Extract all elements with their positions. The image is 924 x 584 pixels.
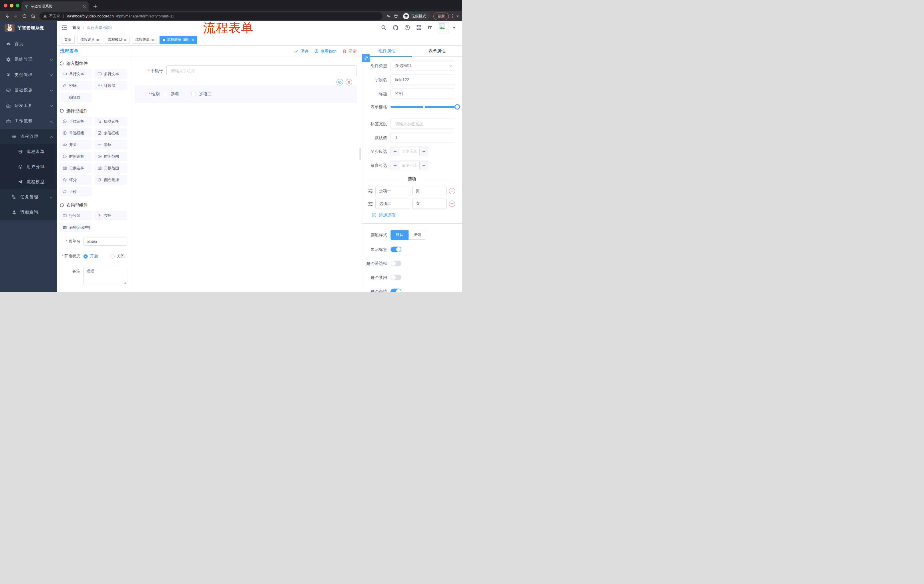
show-label-switch[interactable] [391, 247, 401, 252]
stepper-increase-icon[interactable] [419, 147, 428, 156]
remove-option-button[interactable] [449, 201, 455, 207]
palette-item-button[interactable]: 按钮 [94, 211, 127, 220]
field-phone[interactable]: *手机号 [134, 66, 357, 76]
palette-item-rate[interactable]: 评分 [59, 175, 92, 184]
security-warning-icon[interactable] [43, 14, 47, 19]
font-size-icon[interactable]: tT [428, 25, 432, 30]
palette-item-checkbox-group[interactable]: 多选框组 [94, 128, 127, 138]
field-phone-input[interactable] [167, 66, 357, 76]
palette-item-cascader[interactable]: 级联选择 [94, 117, 127, 126]
tab-close-icon[interactable] [97, 39, 99, 41]
link-icon[interactable] [362, 54, 370, 62]
sidebar-fold-icon[interactable] [59, 23, 69, 33]
sidebar-item-workflow[interactable]: 工作流程 [0, 114, 57, 129]
sidebar-item-leave-query[interactable]: 请假查询 [0, 204, 57, 220]
grid-slider[interactable] [391, 102, 457, 111]
palette-item-counter[interactable]: 123计数器 [94, 81, 127, 90]
search-icon[interactable] [381, 25, 387, 31]
sidebar-item-payment[interactable]: ¥ 支付管理 [0, 67, 57, 82]
slider-track[interactable] [391, 106, 457, 108]
sidebar-item-process-management[interactable]: 流程管理 [0, 129, 57, 144]
add-option-button[interactable]: 添加选项 [372, 212, 462, 218]
border-switch[interactable] [391, 261, 401, 266]
sidebar-item-process-model[interactable]: 流程模型 [0, 174, 57, 189]
tab-home[interactable]: 首页 [61, 36, 74, 44]
status-off-radio[interactable]: 关闭 [111, 254, 125, 259]
option-value-input[interactable] [412, 199, 447, 209]
palette-item-textarea[interactable]: 多行文本 [94, 69, 127, 79]
option-label-input[interactable] [375, 186, 410, 196]
field-name-input[interactable] [391, 74, 455, 85]
github-icon[interactable] [393, 25, 399, 31]
fullscreen-icon[interactable] [416, 25, 422, 31]
tab-process-form-edit[interactable]: 流程表单-编辑 [160, 36, 197, 44]
label-width-input[interactable] [391, 118, 455, 129]
security-label[interactable]: 不安全 [49, 14, 60, 18]
palette-item-radio-group[interactable]: 单选框组 [59, 128, 92, 138]
max-select-value[interactable]: 最多可选 [399, 161, 419, 170]
sidebar-item-home[interactable]: 首页 [0, 36, 57, 52]
browser-menu-icon[interactable] [452, 14, 453, 18]
palette-item-date-range[interactable]: 日期范围 [94, 163, 127, 173]
palette-item-time-range[interactable]: 时间范围 [94, 152, 127, 161]
tab-process-model[interactable]: 流程模型 [105, 36, 130, 44]
slider-handle[interactable] [455, 104, 460, 110]
palette-item-row-container[interactable]: 行容器 [59, 211, 92, 220]
sidebar-item-task-management[interactable]: 任务管理 [0, 189, 57, 204]
remove-option-button[interactable] [449, 188, 455, 194]
zoom-window-button[interactable] [16, 4, 20, 7]
palette-item-password[interactable]: 密码 [59, 81, 92, 90]
breadcrumb-home[interactable]: 首页 [72, 25, 80, 30]
palette-item-upload[interactable]: 上传 [59, 187, 92, 196]
disabled-switch[interactable] [391, 275, 401, 280]
password-key-icon[interactable] [385, 13, 392, 20]
copy-field-button[interactable] [337, 79, 343, 86]
browser-update-button[interactable]: 更新 [433, 13, 449, 20]
tab-close-icon[interactable] [152, 39, 154, 41]
save-button[interactable]: 保存 [294, 49, 309, 54]
reload-icon[interactable] [20, 12, 29, 20]
component-type-select[interactable]: 多选框组 [391, 61, 455, 71]
close-window-button[interactable] [4, 4, 7, 7]
palette-item-date-picker[interactable]: 日期选择 [59, 163, 92, 173]
back-icon[interactable] [3, 12, 12, 20]
title-input[interactable] [391, 89, 455, 99]
avatar-caret-icon[interactable] [452, 26, 456, 29]
sidebar-item-system[interactable]: 系统管理 [0, 52, 57, 67]
new-tab-button[interactable] [91, 3, 99, 10]
clear-button[interactable]: 清空 [342, 49, 357, 54]
form-remark-textarea[interactable]: 嘿嘿 [84, 267, 127, 285]
browser-tab[interactable]: 芋道管理系统 [21, 2, 89, 11]
url-field[interactable]: 不安全 dashboard.yudao.iocoder.cn/bpm/manag… [40, 12, 383, 20]
minimize-window-button[interactable] [10, 4, 13, 7]
palette-item-time-picker[interactable]: 时间选择 [59, 152, 92, 161]
form-name-input[interactable] [84, 237, 127, 246]
tab-close-icon[interactable] [191, 39, 194, 41]
tab-close-icon[interactable] [124, 39, 126, 41]
palette-item-select[interactable]: 下拉选择 [59, 117, 92, 126]
tab-process-definition[interactable]: 流程定义 [77, 36, 102, 44]
tab-close-icon[interactable] [83, 5, 86, 8]
checkbox-option-1[interactable]: 选项一 [163, 91, 183, 97]
view-json-button[interactable]: 查看json [314, 49, 337, 54]
delete-field-button[interactable] [346, 79, 352, 86]
palette-item-single-line-text[interactable]: 单行文本 [59, 69, 92, 79]
help-icon[interactable] [404, 25, 410, 31]
option-value-input[interactable] [412, 186, 447, 196]
default-value-input[interactable] [391, 133, 455, 143]
palette-item-table[interactable]: 表格[开发中] [59, 222, 92, 232]
style-default-button[interactable]: 默认 [391, 230, 409, 240]
palette-item-color-picker[interactable]: 颜色选择 [94, 175, 127, 184]
bookmark-star-icon[interactable] [392, 13, 400, 20]
required-switch[interactable] [391, 289, 401, 292]
stepper-decrease-icon[interactable] [391, 161, 399, 170]
chevron-down-icon[interactable] [456, 15, 459, 17]
stepper-decrease-icon[interactable] [391, 147, 399, 156]
sidebar-item-infrastructure[interactable]: 基础设施 [0, 82, 57, 98]
sidebar-item-devtools[interactable]: 研发工具 [0, 98, 57, 114]
avatar[interactable] [438, 22, 449, 33]
palette-item-switch[interactable]: 开关 [59, 140, 92, 150]
status-on-radio[interactable]: 开启 [84, 254, 98, 259]
canvas-scrollbar-thumb[interactable] [360, 148, 361, 160]
field-gender-selected[interactable]: *性别 选项一 选项二 [134, 86, 357, 103]
